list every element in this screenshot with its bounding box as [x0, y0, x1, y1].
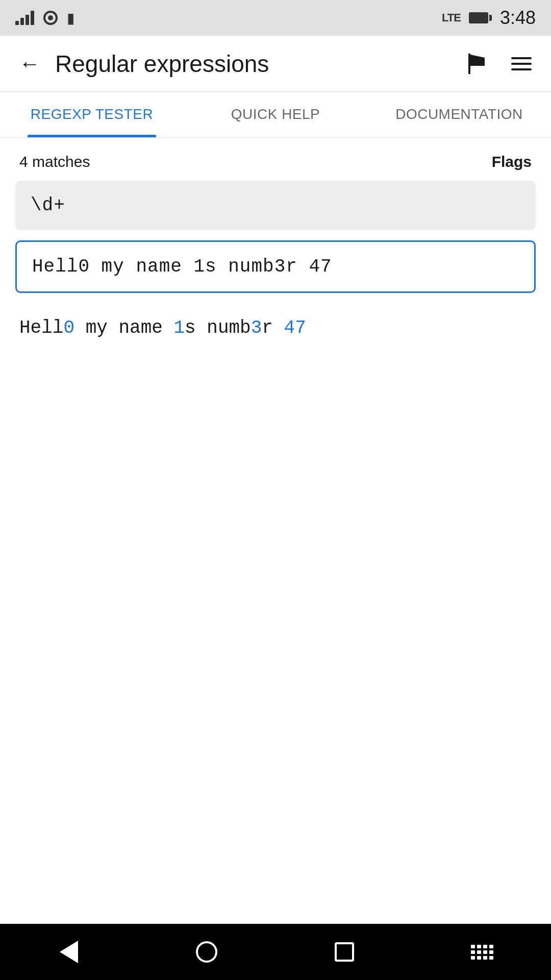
flag-icon — [466, 54, 485, 74]
status-left: ▮ — [15, 10, 74, 27]
toolbar-actions — [460, 48, 537, 79]
match-3: 3 — [251, 317, 262, 338]
flags-button[interactable]: Flags — [492, 153, 532, 170]
match-middle-2: s numb — [185, 317, 251, 338]
nav-recent-button[interactable] — [324, 932, 365, 972]
battery-icon — [469, 12, 492, 23]
lte-icon: LTE — [442, 11, 461, 24]
match-result: Hell0 my name 1s numb3r 47 — [15, 308, 536, 348]
nav-recent-icon — [335, 942, 354, 962]
status-time: 3:48 — [500, 7, 536, 29]
regex-value: \d+ — [31, 195, 65, 216]
svg-marker-1 — [470, 55, 485, 66]
nav-bar — [0, 924, 551, 980]
nav-home-button[interactable] — [186, 932, 227, 972]
back-arrow-icon: ← — [19, 53, 40, 75]
tabs-bar: Regexp tester Quick help Documentation — [0, 92, 551, 138]
tab-regexp-tester[interactable]: Regexp tester — [0, 91, 184, 137]
nav-back-button[interactable] — [48, 932, 89, 972]
signal-icon — [15, 11, 34, 25]
recording-icon — [43, 11, 58, 25]
tab-quick-help-label: Quick help — [231, 106, 320, 122]
nav-keyboard-icon — [471, 945, 493, 960]
toolbar: ← Regular expressions — [0, 36, 551, 92]
page-title: Regular expressions — [55, 50, 460, 78]
status-bar: ▮ LTE 3:48 — [0, 0, 551, 36]
match-middle-1: my name — [74, 317, 173, 338]
back-button[interactable]: ← — [14, 48, 45, 79]
svg-rect-0 — [468, 54, 470, 74]
nav-keyboard-button[interactable] — [462, 932, 503, 972]
sim-icon: ▮ — [67, 10, 74, 27]
matches-row: 4 matches Flags — [15, 138, 536, 181]
matches-count: 4 matches — [19, 153, 90, 170]
match-2: 1 — [173, 317, 185, 338]
regex-input-box[interactable]: \d+ — [15, 181, 536, 230]
tab-documentation[interactable]: Documentation — [367, 91, 551, 137]
tab-documentation-label: Documentation — [395, 106, 523, 122]
test-string-value: Hell0 my name 1s numb3r 47 — [32, 256, 332, 277]
status-right: LTE 3:48 — [442, 7, 536, 29]
tab-regexp-tester-label: Regexp tester — [31, 106, 153, 122]
match-prefix: Hell — [19, 317, 63, 338]
nav-back-icon — [60, 941, 78, 963]
menu-button[interactable] — [506, 48, 537, 79]
nav-home-icon — [196, 941, 217, 963]
main-content: 4 matches Flags \d+ Hell0 my name 1s num… — [0, 138, 551, 348]
tab-quick-help[interactable]: Quick help — [184, 91, 367, 137]
match-4: 47 — [284, 317, 306, 338]
flag-button[interactable] — [460, 48, 491, 79]
match-1: 0 — [63, 317, 74, 338]
match-middle-3: r — [262, 317, 284, 338]
test-string-box[interactable]: Hell0 my name 1s numb3r 47 — [15, 240, 536, 293]
menu-icon — [511, 57, 532, 70]
